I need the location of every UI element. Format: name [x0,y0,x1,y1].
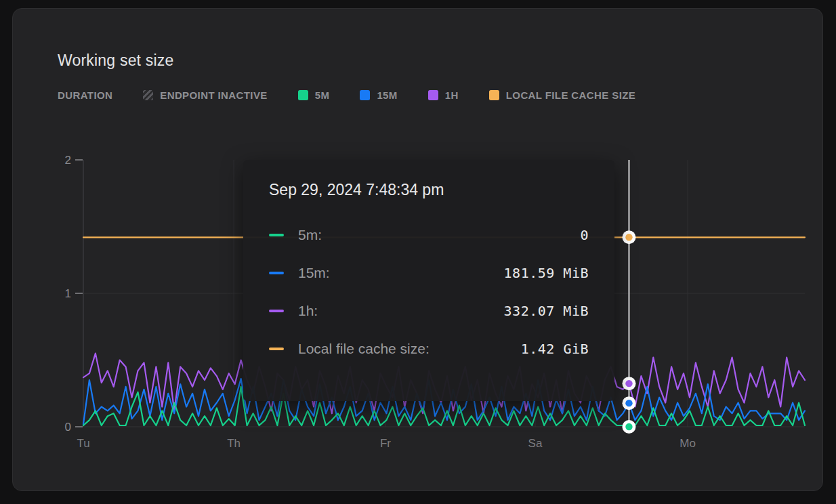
svg-text:1: 1 [65,287,71,300]
tooltip-row-5m: 5m: 0 [269,226,589,245]
tooltip-row-label: Local file cache size: [298,341,430,357]
tooltip-row-label: 5m: [298,227,322,243]
svg-text:Th: Th [227,437,241,450]
working-set-size-card: Working set size DURATION ENDPOINT INACT… [12,8,823,491]
tooltip-row-value: 181.59 MiB [504,265,589,281]
tooltip-row-1h: 1h: 332.07 MiB [269,301,589,320]
svg-text:Mo: Mo [680,437,696,450]
blue-dash-icon [269,272,284,275]
tooltip-row-label: 15m: [298,265,330,281]
tooltip-row-local-file-cache-size: Local file cache size: 1.42 GiB [269,339,589,358]
tooltip-row-value: 332.07 MiB [504,303,589,319]
purple-dash-icon [269,310,284,313]
tooltip-row-15m: 15m: 181.59 MiB [269,264,589,282]
svg-text:2: 2 [65,154,71,167]
orange-dash-icon [269,348,284,351]
tooltip-timestamp: Sep 29, 2024 7:48:34 pm [269,181,589,199]
svg-text:Tu: Tu [77,437,89,450]
tooltip-row-value: 0 [580,227,589,243]
svg-text:0: 0 [65,421,71,434]
tooltip-row-value: 1.42 GiB [521,341,589,357]
dashboard-canvas: Working set size DURATION ENDPOINT INACT… [0,0,836,504]
svg-text:Fr: Fr [380,437,391,450]
green-dash-icon [269,234,284,237]
chart-tooltip: Sep 29, 2024 7:48:34 pm 5m: 0 15m: 181.5… [243,160,614,401]
tooltip-row-label: 1h: [298,303,318,319]
svg-text:Sa: Sa [528,437,543,450]
